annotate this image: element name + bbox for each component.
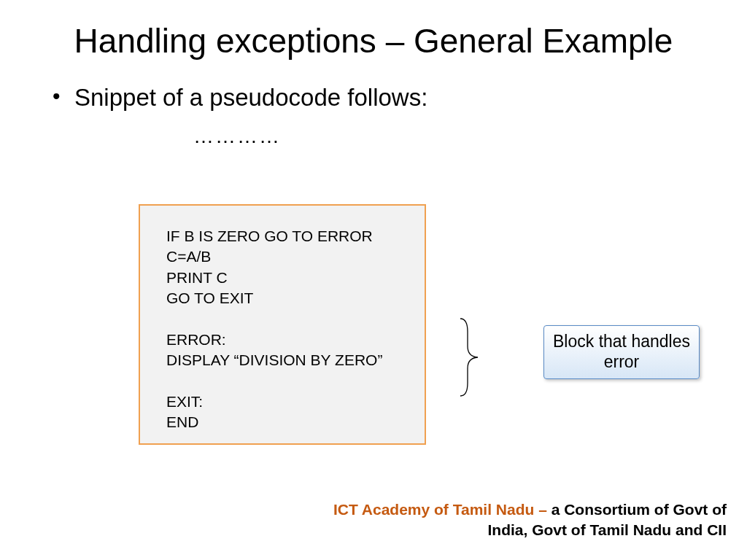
code-line: DISPLAY “DIVISION BY ZERO” (166, 350, 404, 370)
pseudocode-box: IF B IS ZERO GO TO ERROR C=A/B PRINT C G… (139, 204, 426, 445)
curly-brace-icon (454, 317, 484, 397)
callout-text: Block that handles error (544, 332, 699, 372)
bullet-snippet: Snippet of a pseudocode follows: (53, 84, 747, 112)
callout-handles-error: Block that handles error (543, 325, 700, 379)
code-line (166, 370, 404, 391)
code-line: C=A/B (166, 246, 404, 267)
footer-desc-2: India, Govt of Tamil Nadu and CII (488, 521, 727, 538)
ellipsis: ………… (193, 125, 747, 148)
code-line: EXIT: (166, 392, 404, 412)
code-line: GO TO EXIT (166, 288, 404, 308)
slide-title: Handling exceptions – General Example (0, 0, 747, 61)
code-line: ERROR: (166, 330, 404, 350)
footer-dash: – (534, 501, 551, 518)
code-line: IF B IS ZERO GO TO ERROR (166, 226, 404, 246)
footer-desc-1: a Consortium of Govt of (551, 501, 727, 518)
footer-attribution: ICT Academy of Tamil Nadu – a Consortium… (333, 499, 727, 540)
code-line (166, 308, 404, 329)
footer-org: ICT Academy of Tamil Nadu (333, 501, 534, 518)
code-line: PRINT C (166, 268, 404, 288)
code-line: END (166, 412, 404, 432)
